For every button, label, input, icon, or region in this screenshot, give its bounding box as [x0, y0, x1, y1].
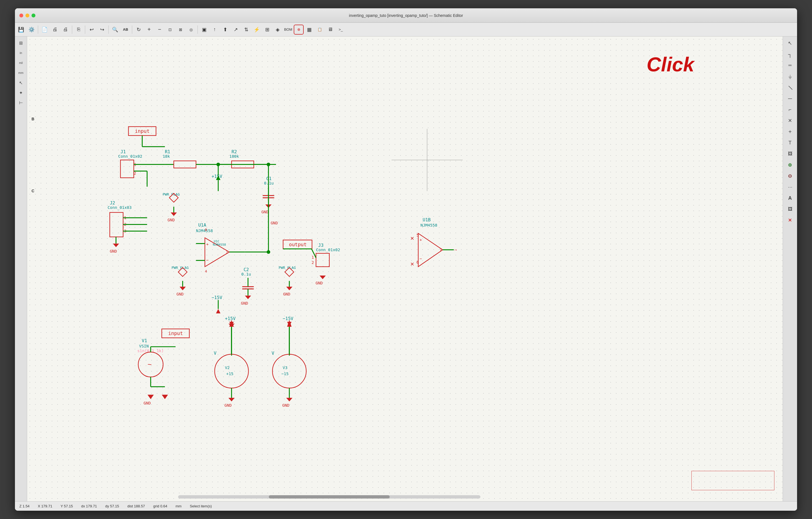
minimize-button[interactable] — [25, 13, 29, 18]
grid-status: grid 0.64 — [153, 504, 167, 508]
svg-text:PWR_FLAG: PWR_FLAG — [279, 266, 296, 270]
svg-rect-92 — [316, 253, 329, 267]
component-button[interactable]: ⊞ — [262, 25, 272, 35]
svg-text:→: → — [453, 247, 458, 253]
wire-up-button[interactable]: ↑ — [210, 25, 220, 35]
wire-tool-button[interactable]: ┐ — [785, 49, 795, 59]
svg-text:GND: GND — [110, 249, 117, 253]
symbol-button[interactable]: ◈ — [273, 25, 283, 35]
highlight-button[interactable]: ✦ — [16, 88, 26, 97]
copy-button[interactable]: ⎘ — [74, 25, 84, 35]
zoom-fit2-button[interactable]: ⊠ — [176, 25, 185, 35]
svg-text:U1B: U1B — [423, 217, 431, 223]
cross-tool-button[interactable]: ✕ — [785, 116, 795, 125]
svg-marker-151 — [286, 398, 292, 401]
svg-text:PWR_FLAG: PWR_FLAG — [172, 266, 188, 270]
inch-button[interactable]: in — [16, 48, 26, 58]
select-tool-button[interactable]: ↖ — [785, 38, 795, 48]
undo-button[interactable]: ↩ — [87, 25, 96, 35]
delete-tool-button[interactable]: ✕ — [785, 215, 795, 225]
svg-marker-51 — [113, 243, 119, 247]
step-tool-button[interactable]: ⌐ — [785, 105, 795, 115]
grid-button[interactable]: ⊞ — [16, 38, 26, 48]
zoom-out-button[interactable]: − — [154, 25, 165, 35]
ground-tool-button[interactable]: ⏚ — [785, 71, 795, 81]
schematic-svg: input J1 Conn_01x02 1 2 R1 18k — [27, 36, 783, 501]
svg-point-103 — [267, 163, 270, 166]
redo-button[interactable]: ↪ — [97, 25, 107, 35]
flip-button[interactable]: ⇅ — [241, 25, 251, 35]
separator-3 — [85, 25, 85, 34]
table-button[interactable]: ▦ — [304, 25, 314, 35]
dist-status: dist 188.57 — [127, 504, 145, 508]
svg-text:+: + — [419, 238, 422, 242]
svg-text:+: + — [206, 242, 209, 247]
bus-up-button[interactable]: ⬆ — [220, 25, 230, 35]
svg-text:GND: GND — [168, 218, 175, 222]
svg-text:J3: J3 — [318, 242, 324, 248]
svg-text:Conn_01x02: Conn_01x02 — [316, 248, 340, 252]
zoom-center-button[interactable]: ◎ — [186, 25, 196, 35]
y-status: Y 57.15 — [61, 504, 73, 508]
netlist-button[interactable]: ⊛ — [294, 25, 304, 35]
svg-text:7: 7 — [439, 248, 442, 252]
bus-tool-button[interactable]: ═ — [785, 60, 795, 70]
window-title: inverting_opamp_tuto [inverting_opamp_tu… — [349, 13, 463, 18]
select-button[interactable]: ▣ — [199, 25, 209, 35]
svg-text:GND: GND — [225, 403, 232, 407]
power-button[interactable]: ⚡ — [252, 25, 262, 35]
add-symbol-button[interactable]: ⊕ — [785, 160, 795, 170]
busentry-button[interactable]: ↗ — [231, 25, 241, 35]
svg-text:✕: ✕ — [410, 261, 414, 267]
zoom-in-button[interactable]: + — [144, 25, 154, 35]
schematic-canvas[interactable]: B C Click input — [27, 36, 783, 501]
mil-button[interactable]: mil — [16, 58, 26, 67]
svg-text:1: 1 — [226, 250, 228, 254]
mm-button[interactable]: mm — [16, 68, 26, 78]
points-tool-button[interactable]: ⋯ — [785, 182, 795, 192]
maximize-button[interactable] — [31, 13, 35, 18]
svg-text:V2: V2 — [225, 366, 230, 370]
svg-text:GND: GND — [176, 292, 184, 296]
line-tool-button[interactable]: ─ — [785, 93, 795, 104]
svg-text:6: 6 — [416, 260, 419, 264]
svg-text:R2: R2 — [231, 149, 237, 154]
bom-button[interactable]: BOM — [283, 25, 293, 35]
text-tool-button[interactable]: T — [785, 138, 795, 148]
close-button[interactable] — [19, 13, 23, 18]
bom2-button[interactable]: 📋 — [315, 25, 325, 35]
svg-text:NJM4558: NJM4558 — [420, 223, 437, 227]
titlebar: inverting_opamp_tuto [inverting_opamp_tu… — [15, 8, 797, 23]
text-add-button[interactable]: A — [785, 193, 795, 203]
svg-rect-8 — [120, 160, 134, 178]
zoom-fit-button[interactable]: ⊡ — [165, 25, 175, 35]
refresh-button[interactable]: ↻ — [134, 25, 144, 35]
svg-text:+15V: +15V — [225, 316, 236, 321]
image-add-button[interactable]: 🖼 — [785, 204, 795, 214]
save-button[interactable]: 💾 — [16, 25, 26, 35]
svg-text:U1A: U1A — [198, 223, 206, 228]
main-window: inverting_opamp_tuto [inverting_opamp_tu… — [15, 8, 797, 511]
svg-text:V: V — [214, 350, 216, 356]
select-status: Select item(s) — [190, 504, 211, 508]
settings-button[interactable]: ⚙️ — [27, 25, 36, 35]
find-button[interactable]: 🔍 — [110, 25, 120, 35]
image-tool-button[interactable]: 🖼 — [785, 149, 795, 159]
terminal-button[interactable]: >_ — [336, 25, 346, 35]
svg-text:GND: GND — [261, 210, 268, 214]
text-find-button[interactable]: AB — [121, 25, 130, 35]
pin-button[interactable]: ⊢ — [16, 98, 26, 107]
plus-tool-button[interactable]: + — [785, 127, 795, 137]
svg-text:−15V: −15V — [211, 295, 222, 300]
del-symbol-button[interactable]: ⊖ — [785, 171, 795, 181]
pcb-button[interactable]: 🖥 — [325, 25, 335, 35]
print2-button[interactable]: 🖨 — [61, 25, 70, 35]
svg-text:J2: J2 — [110, 200, 115, 206]
svg-text:V3: V3 — [283, 366, 287, 370]
line-diagonal-button[interactable]: | — [783, 81, 797, 95]
svg-text:GND: GND — [271, 221, 278, 225]
cursor-button[interactable]: ↖ — [16, 78, 26, 87]
svg-text:GND: GND — [241, 301, 248, 306]
new-button[interactable]: 📄 — [39, 25, 50, 35]
print-button[interactable]: 🖨 — [50, 25, 60, 35]
